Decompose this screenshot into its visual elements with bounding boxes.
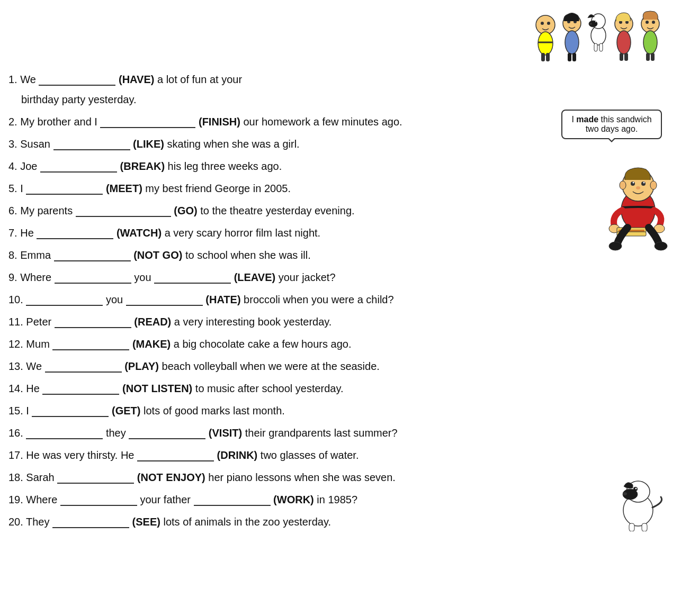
line20-verb: (SEE) lots of animals in the zoo yesterd… bbox=[129, 514, 331, 530]
snoopy-figure bbox=[604, 478, 673, 531]
speech-bubble: I made this sandwich two days ago. bbox=[561, 110, 662, 139]
line5-verb: (MEET) my best friend George in 2005. bbox=[103, 180, 291, 196]
line20-prefix: 20. They bbox=[8, 514, 52, 530]
line6-verb: (GO) to the theatre yesterday evening. bbox=[171, 203, 355, 219]
input-2[interactable] bbox=[100, 115, 195, 128]
input-16b[interactable] bbox=[129, 427, 205, 439]
input-1[interactable] bbox=[39, 73, 115, 86]
line2-prefix: 2. My brother and I bbox=[8, 114, 100, 130]
line3-verb: (LIKE) skating when she was a girl. bbox=[130, 136, 300, 152]
exercise-line-13: 13. We (PLAY) beach volleyball when we w… bbox=[8, 357, 662, 376]
line16-verb: (VISIT) their grandparents last summer? bbox=[205, 425, 397, 441]
line13-verb: (PLAY) beach volleyball when we were at … bbox=[122, 358, 380, 374]
input-16a[interactable] bbox=[26, 427, 103, 439]
line13-prefix: 13. We bbox=[8, 358, 45, 374]
input-20[interactable] bbox=[52, 515, 129, 528]
line12-verb: (MAKE) a big chocolate cake a few hours … bbox=[129, 336, 351, 352]
svg-rect-20 bbox=[599, 43, 603, 51]
line9-verb: (LEAVE) your jacket? bbox=[231, 269, 335, 285]
line14-verb: (NOT LISTEN) to music after school yeste… bbox=[119, 381, 343, 396]
input-9b[interactable] bbox=[154, 271, 231, 284]
line15-prefix: 15. I bbox=[8, 403, 32, 419]
input-10b[interactable] bbox=[126, 293, 203, 306]
svg-rect-19 bbox=[594, 43, 597, 51]
exercise-line-12: 12. Mum (MAKE) a big chocolate cake a fe… bbox=[8, 334, 662, 354]
input-12[interactable] bbox=[52, 338, 129, 350]
exercise-container: I made this sandwich two days ago. bbox=[8, 6, 673, 531]
input-4[interactable] bbox=[40, 160, 117, 173]
svg-point-41 bbox=[650, 181, 657, 189]
svg-rect-11 bbox=[568, 53, 571, 61]
svg-rect-31 bbox=[646, 53, 650, 61]
exercise-line-15: 15. I (GET) lots of good marks last mont… bbox=[8, 401, 662, 420]
input-19b[interactable] bbox=[194, 493, 271, 506]
line1-prefix: 1. We bbox=[8, 71, 39, 87]
top-cartoon bbox=[530, 6, 667, 62]
svg-rect-25 bbox=[620, 53, 623, 61]
exercise-line-1: 1. We (HAVE) a lot of fun at your bbox=[8, 70, 662, 89]
input-5[interactable] bbox=[26, 182, 103, 195]
line8-prefix: 8. Emma bbox=[8, 247, 54, 263]
line1-continuation: birthday party yesterday. bbox=[21, 92, 137, 107]
line14-prefix: 14. He bbox=[8, 381, 42, 396]
exercise-line-7: 7. He (WATCH) a very scary horror film l… bbox=[8, 223, 662, 242]
exercise-line-11: 11. Peter (READ) a very interesting book… bbox=[8, 312, 662, 331]
exercise-line-8: 8. Emma (NOT GO) to school when she was … bbox=[8, 246, 662, 265]
line15-verb: (GET) lots of good marks last month. bbox=[109, 403, 284, 419]
line7-prefix: 7. He bbox=[8, 225, 37, 241]
line10-verb: (HATE) broccoli when you were a child? bbox=[203, 292, 394, 307]
speech-text-part1: I bbox=[571, 115, 576, 124]
svg-point-18 bbox=[590, 23, 592, 25]
svg-point-16 bbox=[594, 21, 597, 24]
input-15[interactable] bbox=[32, 404, 109, 417]
input-9a[interactable] bbox=[55, 271, 131, 284]
exercise-line-17: 17. He was very thirsty. He (DRINK) two … bbox=[8, 446, 662, 465]
svg-rect-5 bbox=[541, 53, 545, 61]
speech-text-part3: two days ago. bbox=[586, 124, 638, 133]
svg-rect-26 bbox=[624, 53, 628, 61]
input-11[interactable] bbox=[55, 315, 131, 328]
input-10a[interactable] bbox=[26, 293, 103, 306]
svg-point-38 bbox=[643, 182, 645, 184]
speech-bubble-container: I made this sandwich two days ago. bbox=[561, 110, 662, 139]
exercise-line-5: 5. I (MEET) my best friend George in 200… bbox=[8, 179, 662, 198]
input-14[interactable] bbox=[42, 382, 119, 395]
input-7[interactable] bbox=[37, 227, 113, 239]
input-18[interactable] bbox=[57, 471, 134, 484]
line17-prefix: 17. He was very thirsty. He bbox=[8, 447, 137, 463]
linus-figure bbox=[604, 149, 673, 255]
line18-verb: (NOT ENJOY) her piano lessons when she w… bbox=[134, 469, 396, 485]
svg-point-37 bbox=[633, 182, 634, 184]
line10-prefix: 10. bbox=[8, 292, 26, 307]
line17-verb: (DRINK) two glasses of water. bbox=[214, 447, 359, 463]
line18-prefix: 18. Sarah bbox=[8, 469, 57, 485]
input-3[interactable] bbox=[53, 138, 130, 150]
svg-rect-56 bbox=[629, 523, 634, 531]
line4-prefix: 4. Joe bbox=[8, 158, 40, 174]
svg-point-39 bbox=[636, 186, 640, 189]
svg-point-3 bbox=[541, 22, 544, 25]
input-17[interactable] bbox=[137, 449, 214, 461]
input-13[interactable] bbox=[45, 360, 122, 373]
exercise-line-14: 14. He (NOT LISTEN) to music after schoo… bbox=[8, 379, 662, 398]
input-6[interactable] bbox=[76, 204, 171, 217]
input-19a[interactable] bbox=[60, 493, 137, 506]
line9-prefix: 9. Where bbox=[8, 269, 55, 285]
speech-text-part2: this sandwich bbox=[598, 115, 652, 124]
svg-point-55 bbox=[635, 488, 637, 490]
line1-verb: (HAVE) a lot of fun at your bbox=[115, 71, 242, 87]
exercise-line-4: 4. Joe (BREAK) his leg three weeks ago. bbox=[8, 157, 662, 176]
svg-point-30 bbox=[652, 21, 655, 24]
line16-mid: they bbox=[103, 425, 129, 441]
line19-mid: your father bbox=[137, 492, 194, 508]
line9-mid: you bbox=[131, 269, 154, 285]
svg-point-1 bbox=[538, 32, 553, 55]
svg-point-47 bbox=[609, 242, 622, 250]
svg-point-4 bbox=[547, 22, 550, 25]
line5-prefix: 5. I bbox=[8, 180, 26, 196]
line8-verb: (NOT GO) to school when she was ill. bbox=[131, 247, 311, 263]
input-8[interactable] bbox=[54, 249, 131, 261]
line12-prefix: 12. Mum bbox=[8, 336, 52, 352]
svg-rect-57 bbox=[642, 523, 647, 531]
line10-mid: you bbox=[103, 292, 126, 307]
